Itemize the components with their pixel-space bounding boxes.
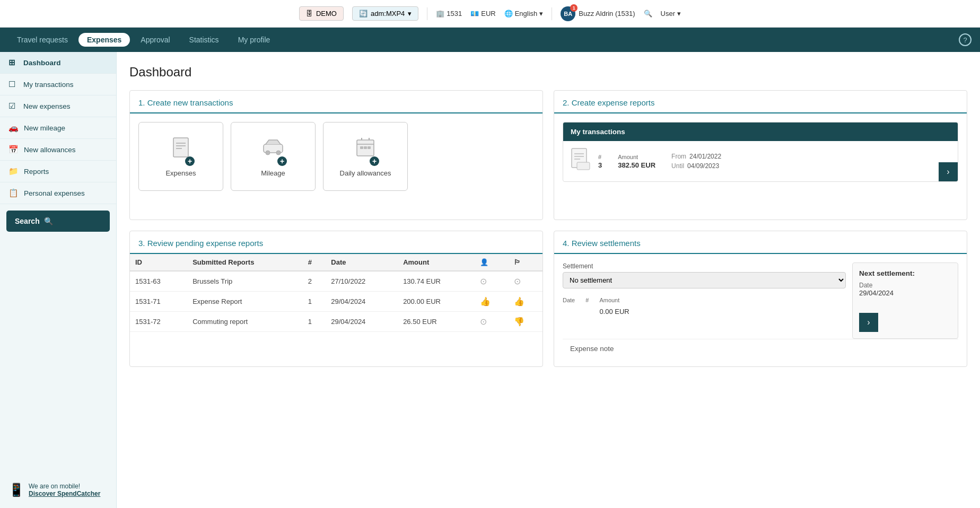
row1-date: 27/10/2022	[326, 271, 398, 292]
my-tx-row[interactable]: # 3 Amount 382.50 EUR From	[563, 141, 958, 181]
sidebar-item-reports[interactable]: 📁 Reports	[0, 161, 116, 182]
svg-rect-12	[364, 146, 367, 149]
table-row[interactable]: 1531-63 Brussels Trip 2 27/10/2022 130.7…	[130, 271, 542, 292]
nav-item-statistics[interactable]: Statistics	[181, 31, 228, 48]
until-value: 04/09/2023	[687, 162, 719, 170]
col-id: ID	[130, 254, 187, 271]
chevron-down-icon: ▾	[408, 10, 412, 17]
tx-card-mileage[interactable]: + Mileage	[231, 122, 316, 191]
my-tx-arrow-button[interactable]: ›	[939, 162, 958, 181]
section-pending-reports: 3. Review pending expense reports ID Sub…	[129, 231, 543, 367]
amount-value: 382.50 EUR	[618, 161, 655, 169]
row2-name: Expense Report	[187, 292, 303, 312]
nav-item-approval[interactable]: Approval	[132, 31, 178, 48]
settlement-amount-col: Amount 0.00 EUR	[599, 297, 629, 316]
settlement-select[interactable]: No settlement	[563, 272, 846, 288]
row3-amount: 26.50 EUR	[398, 312, 475, 332]
section3-body: ID Submitted Reports # Date Amount 👤 🏳	[130, 254, 542, 360]
settlement-left: Settlement No settlement Date	[563, 262, 846, 339]
sections-grid: 1. Create new transactions	[129, 90, 967, 367]
status-icon-thumbsup1: 👍	[480, 297, 491, 306]
section1-body: + Expenses	[130, 113, 542, 220]
section3-header: 3. Review pending expense reports	[130, 231, 542, 254]
main-content: Dashboard 1. Create new transactions	[117, 52, 980, 508]
account-button[interactable]: 🔄 adm:MXP4 ▾	[352, 6, 418, 21]
table-row[interactable]: 1531-72 Commuting report 1 29/04/2024 26…	[130, 312, 542, 332]
col-amount: Amount	[398, 254, 475, 271]
entity-id: 1531	[447, 10, 462, 17]
page-title: Dashboard	[129, 65, 967, 80]
settlement-label: Settlement	[563, 262, 846, 270]
chevron-down-icon: ▾	[677, 10, 681, 17]
sidebar-footer: 📱 We are on mobile! Discover SpendCatche…	[0, 474, 116, 508]
settlement-data: Date # Amount 0.00 EUR	[563, 297, 846, 316]
row3-status1: ⊙	[475, 312, 509, 332]
sidebar-item-label-reports: Reports	[24, 168, 49, 176]
settlement-date-label: Date	[563, 297, 575, 303]
user-role[interactable]: User ▾	[661, 10, 681, 17]
demo-button[interactable]: 🗄 DEMO	[299, 6, 344, 21]
navbar: Travel requests Expenses Approval Statis…	[0, 28, 980, 52]
divider2	[552, 7, 552, 20]
sidebar-item-dashboard[interactable]: ⊞ Dashboard	[0, 52, 116, 74]
account-label: adm:MXP4	[371, 10, 405, 17]
user-area[interactable]: BA 1 Buzz Aldrin (1531)	[561, 6, 635, 21]
sidebar-item-new-mileage[interactable]: 🚗 New mileage	[0, 117, 116, 139]
table-row[interactable]: 1531-71 Expense Report 1 29/04/2024 200.…	[130, 292, 542, 312]
search-label: Search	[15, 217, 40, 225]
svg-rect-13	[368, 146, 371, 149]
amount-label: Amount	[618, 154, 655, 160]
search-button[interactable]: Search 🔍	[6, 211, 110, 232]
personal-expenses-icon: 📋	[8, 188, 19, 198]
my-tx-data: # 3 Amount 382.50 EUR From	[598, 153, 950, 170]
section-expense-reports: 2. Create expense reports My transaction…	[554, 90, 967, 220]
sidebar-item-new-allowances[interactable]: 📅 New allowances	[0, 139, 116, 161]
tx-card-expenses[interactable]: + Expenses	[138, 122, 223, 191]
settlement-form: Settlement No settlement Date	[563, 262, 846, 316]
row3-status2: 👎	[509, 312, 542, 332]
nav-item-expenses[interactable]: Expenses	[78, 33, 130, 47]
col-status1: 👤	[475, 254, 509, 271]
mobile-icon: 📱	[8, 483, 24, 497]
row2-amount: 200.00 EUR	[398, 292, 475, 312]
mobile-title: We are on mobile!	[29, 483, 100, 490]
discover-link[interactable]: Discover SpendCatcher	[29, 490, 100, 497]
search-icon: 🔍	[44, 217, 53, 225]
tx-card-daily-allowances[interactable]: + Daily allowances	[323, 122, 408, 191]
currency-item: 💶 EUR	[470, 10, 495, 17]
nav-item-my-profile[interactable]: My profile	[230, 31, 279, 48]
svg-point-6	[276, 151, 281, 155]
role-label: User	[661, 10, 675, 17]
sidebar-item-new-expenses[interactable]: ☑ New expenses	[0, 95, 116, 117]
person-icon: 👤	[480, 258, 488, 266]
search-icon-top[interactable]: 🔍	[644, 10, 652, 17]
svg-rect-0	[173, 138, 188, 157]
row1-status2: ⊙	[509, 271, 542, 292]
my-tx-document-icon	[571, 147, 591, 175]
sidebar-item-my-transactions[interactable]: ☐ My transactions	[0, 74, 116, 95]
section-settlements: 4. Review settlements Settlement No sett…	[554, 231, 967, 367]
sidebar-item-personal-expenses[interactable]: 📋 Personal expenses	[0, 182, 116, 204]
refresh-icon: 🔄	[359, 10, 368, 17]
col-submitted-reports: Submitted Reports	[187, 254, 303, 271]
mileage-card-icon: +	[261, 136, 285, 164]
help-button[interactable]: ?	[959, 33, 972, 46]
mileage-plus-icon: +	[277, 156, 287, 166]
building-icon: 🏢	[436, 10, 444, 17]
divider1	[427, 7, 427, 20]
expenses-plus-icon: +	[185, 156, 195, 166]
daily-allowances-card-icon: +	[354, 136, 377, 164]
settlement-count-col: #	[585, 297, 589, 316]
daily-allowances-card-label: Daily allowances	[340, 169, 391, 177]
settlement-arrow-button[interactable]: ›	[859, 313, 878, 332]
nav-item-travel-requests[interactable]: Travel requests	[8, 31, 76, 48]
row3-id: 1531-72	[130, 312, 187, 332]
row2-status2: 👍	[509, 292, 542, 312]
expense-note-label: Expense note	[570, 345, 614, 353]
my-tx-count-field: # 3	[598, 154, 602, 169]
settlement-amount-value: 0.00 EUR	[599, 308, 629, 316]
status-icon-neutral2: ⊙	[514, 277, 521, 286]
from-value: 24/01/2022	[689, 153, 721, 160]
language-item[interactable]: 🌐 English ▾	[504, 10, 544, 17]
transaction-cards-container: + Expenses	[138, 122, 534, 191]
